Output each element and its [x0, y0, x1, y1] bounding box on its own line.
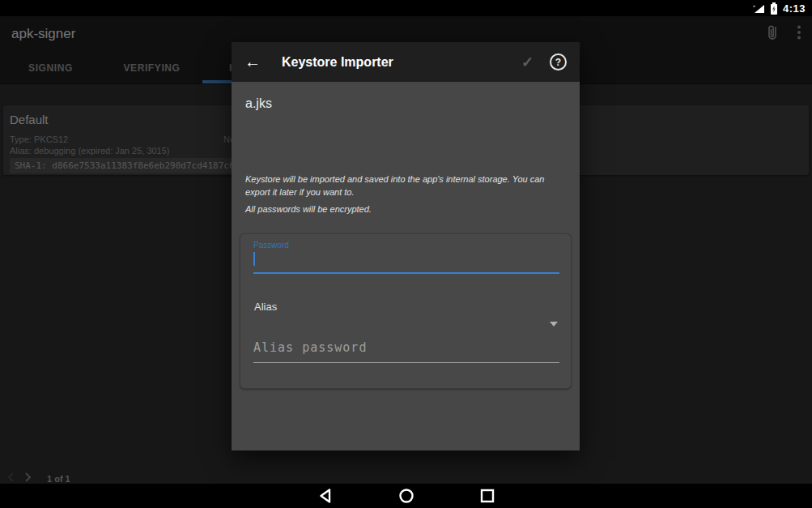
dialog-body: a.jks Keystore will be imported and save…: [232, 82, 580, 450]
text-cursor: [253, 252, 255, 266]
svg-text:⁎: ⁎: [753, 3, 755, 8]
dialog-title: Keystore Importer: [282, 55, 393, 70]
keystore-importer-dialog: ← Keystore Importer ✓ ? a.jks Keystore w…: [232, 42, 580, 450]
help-icon[interactable]: ?: [550, 53, 567, 70]
import-note: Keystore will be imported and saved into…: [245, 173, 568, 199]
import-form-card: Password Alias Alias password: [240, 233, 572, 389]
nav-home-icon[interactable]: [397, 487, 415, 505]
encryption-note: All passwords will be encrypted.: [245, 203, 568, 216]
confirm-check-icon[interactable]: ✓: [521, 53, 534, 71]
help-glyph: ?: [555, 57, 561, 68]
nav-back-icon[interactable]: [317, 487, 334, 505]
cellular-signal-icon: ⁎: [753, 2, 765, 14]
dropdown-caret-icon: [550, 322, 558, 327]
status-bar: ⁎ 4:13: [0, 0, 812, 16]
alias-spinner[interactable]: [253, 297, 559, 333]
password-underline: [253, 272, 559, 274]
back-arrow-icon[interactable]: ←: [244, 53, 264, 71]
navigation-bar: [0, 484, 812, 508]
dialog-header: ← Keystore Importer ✓ ?: [232, 42, 580, 82]
keystore-filename: a.jks: [245, 96, 272, 111]
battery-charging-icon: [770, 2, 778, 15]
status-clock: 4:13: [783, 2, 806, 15]
alias-password-input[interactable]: Alias password: [253, 340, 367, 355]
password-input[interactable]: [253, 249, 559, 271]
nav-recents-icon[interactable]: [478, 487, 496, 505]
android-screen: ⁎ 4:13 apk-signer: [0, 0, 812, 508]
alias-password-underline: [253, 362, 559, 363]
